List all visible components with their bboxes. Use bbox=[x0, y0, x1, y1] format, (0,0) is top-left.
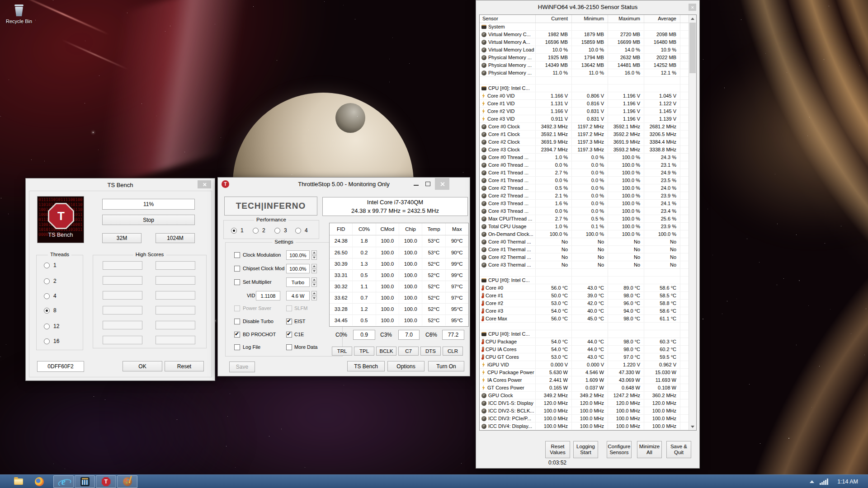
sensor-row[interactable]: Core #1 Thread ...2.7 %0.0 %100.0 %24.9 … bbox=[480, 169, 696, 177]
spin-down-button[interactable] bbox=[311, 255, 317, 260]
threads-option-16[interactable]: 16 bbox=[44, 338, 59, 344]
spin-up-button[interactable] bbox=[311, 291, 317, 296]
throttlestop-titlebar[interactable]: ThrottleStop 5.00 - Monitoring Only bbox=[218, 178, 470, 191]
taskbar-tech-inferno-button[interactable] bbox=[117, 475, 137, 488]
sensor-row[interactable]: Core #354.0 °C40.0 °C94.0 °C58.6 °C bbox=[480, 307, 696, 315]
spin-up-button[interactable] bbox=[311, 277, 317, 282]
tpl-button[interactable]: TPL bbox=[354, 347, 374, 356]
sensor-row[interactable]: Core #1 VID1.131 V0.816 V1.196 V1.122 V bbox=[480, 100, 696, 108]
spin-down-button[interactable] bbox=[311, 296, 317, 300]
sensor-row[interactable]: Virtual Memory Load10.0 %10.0 %14.0 %10.… bbox=[480, 46, 696, 54]
bclk-button[interactable]: BCLK bbox=[376, 347, 396, 356]
reset-button[interactable]: Reset bbox=[165, 361, 204, 371]
column-header-minimum[interactable]: Minimum bbox=[572, 15, 608, 23]
sensor-row[interactable]: Virtual Memory A...16596 MB15859 MB16699… bbox=[480, 38, 696, 46]
sensor-group-row[interactable]: CPU [#0]: Intel C... bbox=[480, 277, 696, 284]
sensor-row[interactable]: IA Cores Power2.441 W1.609 W43.069 W11.6… bbox=[480, 376, 696, 384]
vid-value-field[interactable]: 1.1108 bbox=[256, 291, 280, 300]
scroll-down-arrow[interactable] bbox=[689, 423, 696, 430]
network-signal-icon[interactable] bbox=[820, 479, 828, 485]
clock-modulation-field[interactable]: 100.0% bbox=[286, 250, 310, 260]
tsbench-titlebar[interactable]: TS Bench bbox=[26, 178, 215, 192]
sensor-group-row[interactable]: CPU [#0]: Intel C... bbox=[480, 84, 696, 92]
c7-button[interactable]: C7 bbox=[398, 347, 419, 356]
spin-down-button[interactable] bbox=[311, 269, 317, 273]
performance-option-1[interactable]: 1 bbox=[231, 227, 244, 234]
stop-button[interactable]: Stop bbox=[102, 215, 195, 225]
sensor-row[interactable]: Core #2 Clock3691.9 MHz1197.3 MHz3691.9 … bbox=[480, 138, 696, 146]
sensor-row[interactable]: On-Demand Clock...100.0 %100.0 %100.0 %1… bbox=[480, 230, 696, 238]
sensor-row[interactable]: Core #0 VID1.166 V0.806 V1.196 V1.045 V bbox=[480, 92, 696, 100]
bench-1024m-button[interactable]: 1024M bbox=[156, 233, 195, 243]
set-multiplier-checkbox[interactable] bbox=[234, 279, 240, 285]
sensor-row[interactable]: ICC DIV2-S: BCLK...100.0 MHz100.0 MHz100… bbox=[480, 407, 696, 415]
ts-bench-button[interactable]: TS Bench bbox=[347, 361, 385, 371]
sensor-row[interactable]: Core #3 Thread ...0.0 %0.0 %100.0 %23.4 … bbox=[480, 207, 696, 215]
sensor-row[interactable]: Core #2 Thermal ...NoNoNoNo bbox=[480, 253, 696, 261]
sensor-row[interactable]: Core #3 Thermal ...NoNoNoNo bbox=[480, 261, 696, 269]
column-header-average[interactable]: Average bbox=[644, 15, 680, 23]
chipset-clock-mod-checkbox[interactable] bbox=[234, 266, 240, 272]
sensor-group-row[interactable]: CPU [#0]: Intel C... bbox=[480, 330, 696, 338]
sensor-row[interactable]: ICC DIV3: PCIe/P...100.0 MHz100.0 MHz100… bbox=[480, 415, 696, 422]
more-data-checkbox[interactable] bbox=[286, 344, 292, 350]
sensor-row[interactable]: ICC DIV1-S: Display120.0 MHz120.0 MHz120… bbox=[480, 399, 696, 407]
sensor-row[interactable]: Core #3 Thread ...1.6 %0.0 %100.0 %24.1 … bbox=[480, 200, 696, 207]
sensor-row[interactable]: Core #1 Thermal ...NoNoNoNo bbox=[480, 246, 696, 253]
sensor-row[interactable]: Core #0 Thread ...1.0 %0.0 %100.0 %24.3 … bbox=[480, 154, 696, 161]
threads-option-12[interactable]: 12 bbox=[44, 323, 59, 329]
bd-prochot-checkbox[interactable] bbox=[234, 332, 240, 338]
dts-button[interactable]: DTS bbox=[420, 347, 441, 356]
clr-button[interactable]: CLR bbox=[443, 347, 463, 356]
threads-option-4[interactable]: 4 bbox=[44, 293, 57, 299]
threads-option-1[interactable]: 1 bbox=[44, 262, 57, 268]
close-button[interactable] bbox=[435, 178, 449, 190]
sensor-row[interactable]: GPU Clock349.2 MHz349.2 MHz1247.2 MHz360… bbox=[480, 392, 696, 399]
minimize-button[interactable] bbox=[414, 185, 419, 186]
maximize-button[interactable] bbox=[425, 182, 430, 186]
threads-option-8[interactable]: 8 bbox=[44, 307, 57, 314]
vid-watts-field[interactable]: 4.6 W bbox=[286, 291, 310, 300]
options-button[interactable]: Options bbox=[387, 361, 425, 371]
sensor-row[interactable]: Core #1 Thread ...0.0 %0.0 %100.0 %23.5 … bbox=[480, 177, 696, 184]
clock-modulation-checkbox[interactable] bbox=[234, 252, 240, 258]
c1e-checkbox[interactable] bbox=[286, 332, 292, 338]
sensor-row[interactable]: Core #056.0 °C43.0 °C89.0 °C58.6 °C bbox=[480, 284, 696, 292]
sensor-row[interactable]: Core #2 Thread ...2.1 %0.0 %100.0 %23.9 … bbox=[480, 192, 696, 200]
sensor-row[interactable]: Core #0 Thread ...0.0 %0.0 %100.0 %23.1 … bbox=[480, 161, 696, 169]
scrollbar[interactable] bbox=[689, 15, 696, 430]
hwinfo-close-button[interactable] bbox=[689, 4, 696, 11]
sensor-row[interactable]: Core #0 Thermal ...NoNoNoNo bbox=[480, 238, 696, 246]
column-header-sensor[interactable]: Sensor bbox=[480, 15, 536, 23]
ok-button[interactable]: OK bbox=[123, 361, 162, 371]
performance-option-4[interactable]: 4 bbox=[295, 227, 308, 234]
hwinfo-save-quit-button[interactable]: Save & Quit bbox=[666, 441, 691, 458]
sensor-row[interactable]: GT Cores Power0.165 W0.037 W0.648 W0.108… bbox=[480, 384, 696, 392]
sensor-row[interactable]: Physical Memory ...14349 MB13642 MB14481… bbox=[480, 61, 696, 69]
sensor-row[interactable]: CPU Package54.0 °C44.0 °C98.0 °C60.3 °C bbox=[480, 338, 696, 346]
performance-option-2[interactable]: 2 bbox=[253, 227, 265, 234]
taskbar-hwinfo64-button[interactable] bbox=[75, 475, 95, 488]
taskbar-internet-explorer-button[interactable]: e bbox=[53, 475, 74, 488]
sensor-row[interactable]: CPU GT Cores53.0 °C43.0 °C97.0 °C59.5 °C bbox=[480, 353, 696, 361]
scroll-thumb[interactable] bbox=[689, 23, 696, 73]
spin-up-button[interactable] bbox=[311, 264, 317, 268]
recycle-bin[interactable]: Recycle Bin bbox=[4, 4, 34, 24]
sensor-row[interactable]: Max CPU/Thread ...2.7 %0.5 %100.0 %25.6 … bbox=[480, 215, 696, 223]
sensor-row[interactable]: Core #1 Clock3592.1 MHz1197.2 MHz3592.2 … bbox=[480, 131, 696, 138]
sensor-row[interactable]: iGPU VID0.000 V0.000 V1.220 V0.962 V bbox=[480, 361, 696, 369]
sensor-row[interactable]: Core Max56.0 °C45.0 °C98.0 °C61.1 °C bbox=[480, 315, 696, 323]
set-multiplier-field[interactable]: Turbo bbox=[286, 277, 310, 287]
trl-button[interactable]: TRL bbox=[332, 347, 352, 356]
bench-32m-button[interactable]: 32M bbox=[102, 233, 142, 243]
performance-option-3[interactable]: 3 bbox=[274, 227, 287, 234]
sensor-row[interactable]: Physical Memory ...1925 MB1794 MB2632 MB… bbox=[480, 54, 696, 61]
spin-up-button[interactable] bbox=[311, 250, 317, 255]
hwinfo-logging-start-button[interactable]: Logging Start bbox=[573, 441, 598, 458]
sensor-row[interactable]: Virtual Memory C...1982 MB1879 MB2720 MB… bbox=[480, 31, 696, 38]
sensor-row[interactable]: CPU Package Power5.630 W4.546 W47.330 W1… bbox=[480, 369, 696, 376]
hwinfo-configure-sensors-button[interactable]: Configure Sensors bbox=[607, 441, 632, 458]
hwinfo-titlebar[interactable]: HWiNFO64 v4.36-2150 Sensor Status bbox=[476, 0, 699, 14]
sensor-row[interactable]: ICC DIV4: Display...100.0 MHz100.0 MHz10… bbox=[480, 422, 696, 430]
sensor-group-row[interactable]: System bbox=[480, 23, 696, 31]
